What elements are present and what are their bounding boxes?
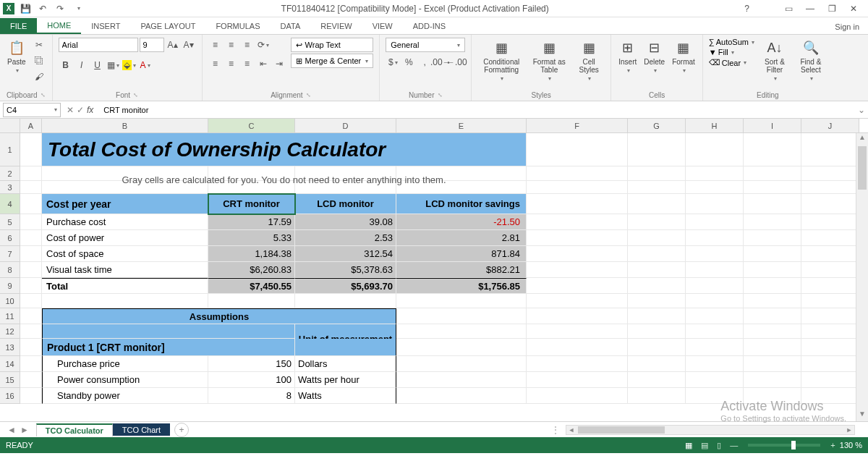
tab-review[interactable]: REVIEW	[310, 18, 362, 34]
col-header-A[interactable]: A	[20, 119, 42, 132]
cell[interactable]: Total	[42, 278, 208, 294]
alignment-expand-icon[interactable]: ⤡	[306, 92, 311, 98]
cell[interactable]	[628, 166, 686, 181]
row-header-11[interactable]: 11	[0, 308, 20, 324]
zoom-in-icon[interactable]: +	[826, 441, 839, 449]
cell[interactable]	[744, 308, 801, 324]
cell[interactable]	[527, 388, 628, 404]
cell[interactable]	[628, 133, 686, 166]
maximize-icon[interactable]: ❐	[822, 1, 842, 16]
cell[interactable]	[628, 294, 686, 308]
row-header-10[interactable]: 10	[0, 294, 20, 308]
col-header-J[interactable]: J	[801, 119, 859, 132]
cell[interactable]	[20, 166, 42, 181]
font-expand-icon[interactable]: ⤡	[133, 92, 138, 98]
cell[interactable]	[527, 339, 628, 356]
cell[interactable]	[744, 230, 801, 246]
tab-file[interactable]: FILE	[0, 18, 37, 34]
view-normal-icon[interactable]: ▦	[681, 441, 697, 450]
select-all-corner[interactable]	[0, 119, 20, 132]
cell[interactable]	[801, 133, 859, 166]
percent-format-icon[interactable]: %	[401, 55, 416, 69]
scroll-left-icon[interactable]: ◄	[566, 426, 576, 434]
zoom-out-icon[interactable]: —	[726, 441, 742, 449]
cell[interactable]	[801, 262, 859, 278]
cell[interactable]	[744, 324, 801, 339]
cell[interactable]	[20, 246, 42, 262]
cell[interactable]: 312.54	[295, 246, 396, 262]
paste-button[interactable]: 📋 Paste ▾	[6, 38, 27, 75]
cell[interactable]	[628, 308, 686, 324]
redo-icon[interactable]: ↷	[54, 2, 67, 15]
cell[interactable]	[744, 133, 801, 166]
tab-home[interactable]: HOME	[37, 18, 81, 34]
row-header-5[interactable]: 5	[0, 214, 20, 230]
cell[interactable]: Product 1 [CRT monitor]	[42, 339, 295, 356]
cell[interactable]	[295, 294, 396, 308]
border-button[interactable]: ▦▾	[106, 58, 121, 72]
cell[interactable]: Watts	[295, 388, 396, 404]
col-header-I[interactable]: I	[744, 119, 801, 132]
cell[interactable]: 2.53	[295, 230, 396, 246]
cell[interactable]	[42, 181, 527, 194]
cell[interactable]	[628, 262, 686, 278]
merge-center-button[interactable]: ⊞Merge & Center▾	[291, 54, 374, 68]
font-name-select[interactable]	[59, 38, 138, 52]
cell[interactable]	[527, 230, 628, 246]
cell[interactable]	[628, 194, 686, 214]
cell[interactable]	[686, 133, 744, 166]
increase-font-icon[interactable]: A▴	[166, 38, 180, 52]
cell[interactable]: -21.50	[396, 214, 527, 230]
cell[interactable]: $1,756.85	[396, 278, 527, 294]
cell[interactable]: $7,450.55	[208, 278, 295, 294]
cell[interactable]: 100	[208, 372, 295, 388]
cell[interactable]: Total Cost of Ownership Calculator	[42, 133, 527, 166]
hscroll-thumb[interactable]	[578, 426, 665, 434]
cell[interactable]	[527, 356, 628, 372]
tab-data[interactable]: DATA	[271, 18, 311, 34]
cell[interactable]	[686, 246, 744, 262]
cell[interactable]	[396, 308, 527, 324]
cell[interactable]	[628, 246, 686, 262]
col-header-F[interactable]: F	[527, 119, 628, 132]
close-icon[interactable]: ✕	[843, 1, 864, 16]
cell[interactable]	[20, 356, 42, 372]
cell[interactable]	[801, 356, 859, 372]
format-painter-icon[interactable]: 🖌	[32, 69, 46, 84]
conditional-formatting-button[interactable]: ▦Conditional Formatting▾	[477, 38, 525, 83]
cell[interactable]	[686, 308, 744, 324]
cell[interactable]	[744, 356, 801, 372]
align-center-icon[interactable]: ≡	[224, 56, 239, 71]
cut-icon[interactable]: ✂	[32, 38, 46, 52]
sort-filter-button[interactable]: A↓Sort & Filter▾	[759, 38, 791, 83]
cell[interactable]	[527, 324, 628, 339]
cell[interactable]	[20, 214, 42, 230]
name-box[interactable]: C4▾	[3, 103, 61, 117]
row-header-3[interactable]: 3	[0, 181, 20, 194]
cell[interactable]	[527, 294, 628, 308]
row-header-12[interactable]: 12	[0, 324, 20, 339]
cell[interactable]: Assumptions	[42, 308, 396, 324]
cell[interactable]: 8	[208, 388, 295, 404]
col-header-E[interactable]: E	[396, 119, 527, 132]
cell[interactable]	[20, 278, 42, 294]
minimize-icon[interactable]: —	[800, 1, 820, 16]
cell-styles-button[interactable]: ▦Cell Styles▾	[573, 38, 605, 83]
cell[interactable]	[744, 339, 801, 356]
cell[interactable]: CRT monitor	[208, 194, 295, 214]
tab-insert[interactable]: INSERT	[81, 18, 130, 34]
cell[interactable]	[801, 388, 859, 404]
align-middle-icon[interactable]: ≡	[224, 38, 239, 52]
decrease-font-icon[interactable]: A▾	[182, 38, 196, 52]
cell[interactable]	[20, 133, 42, 166]
cell[interactable]	[686, 294, 744, 308]
cell[interactable]	[628, 230, 686, 246]
cell[interactable]	[527, 262, 628, 278]
cell[interactable]	[527, 166, 628, 181]
cell[interactable]: Standby power	[42, 388, 208, 404]
row-header-13[interactable]: 13	[0, 339, 20, 356]
cell[interactable]	[801, 308, 859, 324]
zoom-slider[interactable]	[748, 444, 820, 447]
cell[interactable]: Purchase price	[42, 356, 208, 372]
cell[interactable]	[628, 214, 686, 230]
